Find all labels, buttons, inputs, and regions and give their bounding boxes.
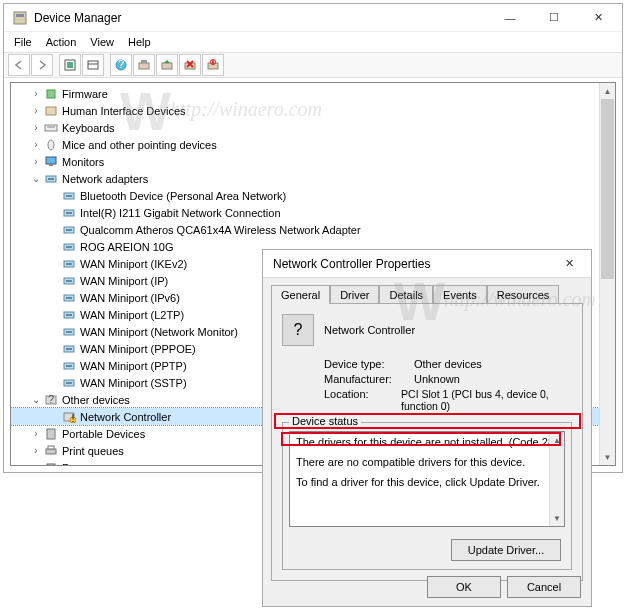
menu-action[interactable]: Action bbox=[40, 34, 83, 50]
status-line-3: To find a driver for this device, click … bbox=[296, 476, 558, 488]
net-icon bbox=[61, 206, 77, 220]
menu-view[interactable]: View bbox=[84, 34, 120, 50]
svg-rect-20 bbox=[49, 164, 53, 166]
expand-icon[interactable]: › bbox=[29, 122, 43, 133]
tree-item[interactable]: ›Keyboards bbox=[11, 119, 615, 136]
minimize-button[interactable]: — bbox=[488, 4, 532, 32]
svg-rect-55 bbox=[47, 464, 55, 465]
menu-help[interactable]: Help bbox=[122, 34, 157, 50]
expand-icon[interactable]: › bbox=[29, 105, 43, 116]
tab-driver[interactable]: Driver bbox=[330, 285, 379, 304]
scroll-up-icon[interactable]: ▲ bbox=[600, 83, 615, 99]
tree-item[interactable]: ⌄Network adapters bbox=[11, 170, 615, 187]
help-button[interactable]: ? bbox=[110, 54, 132, 76]
svg-rect-53 bbox=[46, 449, 56, 454]
tree-item[interactable]: ›Monitors bbox=[11, 153, 615, 170]
scan-button[interactable] bbox=[133, 54, 155, 76]
svg-rect-40 bbox=[66, 331, 72, 333]
toolbar: ? bbox=[4, 52, 622, 78]
net-icon bbox=[61, 240, 77, 254]
svg-rect-15 bbox=[46, 107, 56, 115]
device-status-text[interactable]: The drivers for this device are not inst… bbox=[289, 431, 565, 527]
expand-icon[interactable]: › bbox=[29, 445, 43, 456]
device-status-legend: Device status bbox=[289, 415, 361, 427]
disable-button[interactable] bbox=[202, 54, 224, 76]
tree-item-label: Intel(R) I211 Gigabit Network Connection bbox=[80, 207, 281, 219]
svg-rect-22 bbox=[48, 178, 54, 180]
update-driver-button[interactable]: Update Driver... bbox=[451, 539, 561, 561]
tree-item-label: Print queues bbox=[62, 445, 124, 457]
tree-item[interactable]: ›Mice and other pointing devices bbox=[11, 136, 615, 153]
forward-button[interactable] bbox=[31, 54, 53, 76]
tree-scrollbar[interactable]: ▲ ▼ bbox=[599, 83, 615, 465]
tree-item-label: Firmware bbox=[62, 88, 108, 100]
dialog-title: Network Controller Properties bbox=[265, 257, 549, 271]
uninstall-button[interactable] bbox=[179, 54, 201, 76]
tree-item-label: WAN Miniport (L2TP) bbox=[80, 309, 184, 321]
tree-item[interactable]: Intel(R) I211 Gigabit Network Connection bbox=[11, 204, 615, 221]
svg-rect-14 bbox=[47, 90, 55, 98]
svg-rect-42 bbox=[66, 348, 72, 350]
expand-icon[interactable]: › bbox=[29, 462, 43, 465]
status-scrollbar[interactable]: ▲ ▼ bbox=[549, 432, 564, 526]
app-icon bbox=[12, 10, 28, 26]
status-line-2: There are no compatible drivers for this… bbox=[296, 456, 558, 468]
tree-item[interactable]: Bluetooth Device (Personal Area Network) bbox=[11, 187, 615, 204]
tree-item-label: WAN Miniport (PPTP) bbox=[80, 360, 187, 372]
expand-icon[interactable]: › bbox=[29, 139, 43, 150]
net-icon bbox=[61, 325, 77, 339]
net-icon bbox=[61, 274, 77, 288]
dialog-close-button[interactable]: ✕ bbox=[549, 250, 589, 278]
svg-point-18 bbox=[48, 140, 54, 150]
svg-rect-38 bbox=[66, 314, 72, 316]
properties-button[interactable] bbox=[82, 54, 104, 76]
svg-rect-9 bbox=[141, 60, 147, 63]
update-driver-button[interactable] bbox=[156, 54, 178, 76]
collapse-icon[interactable]: ⌄ bbox=[29, 394, 43, 405]
tree-item-label: Qualcomm Atheros QCA61x4A Wireless Netwo… bbox=[80, 224, 361, 236]
svg-text:!: ! bbox=[71, 412, 74, 423]
menu-file[interactable]: File bbox=[8, 34, 38, 50]
properties-dialog: Network Controller Properties ✕ General … bbox=[262, 249, 592, 607]
svg-rect-54 bbox=[48, 446, 54, 449]
svg-rect-0 bbox=[14, 12, 26, 24]
scroll-down-icon[interactable]: ▼ bbox=[550, 510, 564, 526]
tree-item[interactable]: ›Firmware bbox=[11, 85, 615, 102]
tree-item[interactable]: Qualcomm Atheros QCA61x4A Wireless Netwo… bbox=[11, 221, 615, 238]
tab-details[interactable]: Details bbox=[379, 285, 433, 304]
scroll-down-icon[interactable]: ▼ bbox=[600, 449, 615, 465]
tree-item-label: Human Interface Devices bbox=[62, 105, 186, 117]
svg-rect-30 bbox=[66, 246, 72, 248]
net-icon bbox=[61, 359, 77, 373]
expand-icon[interactable]: › bbox=[29, 88, 43, 99]
device-status-group: Device status The drivers for this devic… bbox=[282, 422, 572, 570]
location-label: Location: bbox=[324, 388, 401, 412]
back-button[interactable] bbox=[8, 54, 30, 76]
expand-icon[interactable]: › bbox=[29, 428, 43, 439]
fw-icon bbox=[43, 87, 59, 101]
tree-item[interactable]: ›Human Interface Devices bbox=[11, 102, 615, 119]
maximize-button[interactable]: ☐ bbox=[532, 4, 576, 32]
ok-button[interactable]: OK bbox=[427, 576, 501, 598]
close-button[interactable]: ✕ bbox=[576, 4, 620, 32]
net-icon bbox=[43, 172, 59, 186]
cpu-icon bbox=[43, 461, 59, 466]
tree-item-label: Network adapters bbox=[62, 173, 148, 185]
svg-rect-44 bbox=[66, 365, 72, 367]
tab-events[interactable]: Events bbox=[433, 285, 487, 304]
tree-item-label: WAN Miniport (SSTP) bbox=[80, 377, 187, 389]
dialog-titlebar[interactable]: Network Controller Properties ✕ bbox=[263, 250, 591, 278]
tab-general[interactable]: General bbox=[271, 285, 330, 304]
show-hidden-button[interactable] bbox=[59, 54, 81, 76]
scroll-thumb[interactable] bbox=[601, 99, 614, 279]
tab-resources[interactable]: Resources bbox=[487, 285, 560, 304]
svg-rect-4 bbox=[88, 61, 98, 69]
device-type-value: Other devices bbox=[414, 358, 482, 370]
titlebar[interactable]: Device Manager — ☐ ✕ bbox=[4, 4, 622, 32]
expand-icon[interactable]: › bbox=[29, 156, 43, 167]
device-name: Network Controller bbox=[324, 324, 415, 336]
cancel-button[interactable]: Cancel bbox=[507, 576, 581, 598]
scroll-up-icon[interactable]: ▲ bbox=[550, 432, 564, 448]
svg-rect-3 bbox=[67, 62, 73, 68]
collapse-icon[interactable]: ⌄ bbox=[29, 173, 43, 184]
